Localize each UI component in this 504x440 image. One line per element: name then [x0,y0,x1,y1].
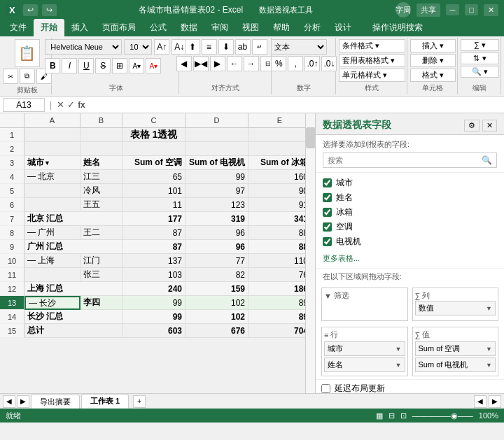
font-color-button[interactable]: A▾ [146,58,161,73]
col-header-d[interactable]: D [186,113,248,127]
row-header-7[interactable]: 7 [0,212,24,226]
cell-a12[interactable]: 上海 汇总 [24,282,122,296]
row-header-6[interactable]: 6 [0,198,24,212]
cell-c3[interactable]: Sum of 空调 [122,156,186,170]
cell-a13[interactable]: — 长沙 [24,296,80,310]
cell-b8[interactable]: 王二 [80,226,122,240]
tab-search[interactable]: 操作说明搜索 [365,19,430,36]
delete-cell-button[interactable]: 删除 ▾ [410,54,456,67]
pivot-zone-row-item-city[interactable]: 城市 ▼ [324,341,405,356]
number-format-select[interactable]: 文本 [271,39,327,55]
sort-button[interactable]: ⇅ ▾ [461,52,499,64]
pivot-zone-row-item-name[interactable]: 姓名 ▼ [324,357,405,372]
sheet-tab-export[interactable]: 导出摘要 [31,395,80,409]
table-format-button[interactable]: 套用表格格式 ▾ [339,54,405,67]
cell-e4[interactable]: 160 [248,170,312,184]
tab-home[interactable]: 开始 [34,19,64,36]
tab-data[interactable]: 数据 [174,19,204,36]
row-header-11[interactable]: 11 [0,268,24,282]
pivot-settings-button[interactable]: ⚙ [464,120,479,132]
increase-font-button[interactable]: A↑ [154,39,169,55]
cell-e10[interactable]: 110 [248,254,312,268]
cell-e13[interactable]: 89 [248,296,312,310]
paste-button[interactable]: 📋 [15,39,40,67]
cell-d4[interactable]: 99 [186,170,248,184]
cell-e8[interactable]: 88 [248,226,312,240]
row-header-2[interactable]: 2 [0,142,24,156]
cell-c13[interactable]: 99 [122,296,186,310]
cell-d15[interactable]: 676 [186,324,248,338]
align-bottom-button[interactable]: ⬇ [218,39,234,55]
sheet-nav-left-button[interactable]: ◀ [3,395,15,408]
cell-b4[interactable]: 江三 [80,170,122,184]
close-button[interactable]: ✕ [484,4,498,16]
scroll-thumb[interactable] [306,127,315,148]
cell-e15[interactable]: 704 [248,324,312,338]
confirm-formula-icon[interactable]: ✓ [67,99,75,110]
tab-analyze[interactable]: 分析 [297,19,328,36]
delay-update-checkbox[interactable] [321,384,330,393]
bold-button[interactable]: B [45,58,60,73]
formula-input[interactable]: 长沙 [88,99,501,111]
cell-e12[interactable]: 186 [248,282,312,296]
row-header-4[interactable]: 4 [0,170,24,184]
sheet-next-button[interactable]: ▶ [489,395,501,408]
undo-button[interactable]: ↩ [23,4,38,16]
cell-c10[interactable]: 137 [122,254,186,268]
cell-b5[interactable]: 冷风 [80,184,122,198]
zoom-slider[interactable]: —————◉—— [412,411,473,420]
pivot-field-city-checkbox[interactable] [323,178,332,187]
align-center-button[interactable]: ▶◀ [193,56,209,71]
pivot-zone-value-item-tv[interactable]: Sum of 电视机 ▼ [415,357,496,372]
cell-a3[interactable]: 城市 ▼ [24,156,80,170]
increase-indent-button[interactable]: → [244,56,259,71]
cell-c6[interactable]: 11 [122,198,186,212]
cell-c14[interactable]: 99 [122,310,186,324]
cell-d10[interactable]: 77 [186,254,248,268]
cell-e1[interactable] [248,128,312,142]
cell-d7[interactable]: 319 [186,212,248,226]
cell-styles-button[interactable]: 单元格样式 ▾ [339,69,405,82]
thousand-button[interactable]: , [288,56,303,71]
redo-button[interactable]: ↪ [42,4,57,16]
insert-cell-button[interactable]: 插入 ▾ [410,39,456,52]
pivot-field-ac-checkbox[interactable] [323,222,332,232]
cell-d9[interactable]: 96 [186,240,248,254]
add-sheet-button[interactable]: + [133,395,146,408]
col-header-e[interactable]: E [248,113,312,127]
tab-view[interactable]: 视图 [235,19,266,36]
pivot-field-name-checkbox[interactable] [323,193,332,202]
decrease-decimal-button[interactable]: .0↓ [321,56,337,71]
sheet-tab-sheet1[interactable]: 工作表 1 [81,394,129,409]
cell-e9[interactable]: 88 [248,240,312,254]
font-size-select[interactable]: 10 [124,39,152,55]
row-header-14[interactable]: 14 [0,310,24,324]
insert-function-icon[interactable]: fx [78,100,85,110]
cell-b3[interactable]: 姓名 [80,156,122,170]
conditional-format-button[interactable]: 条件格式 ▾ [339,39,405,52]
sheet-prev-button[interactable]: ◀ [474,395,486,408]
sheet-nav-right-button[interactable]: ▶ [17,395,29,408]
tab-review[interactable]: 审阅 [204,19,235,36]
row-header-1[interactable]: 1 [0,128,24,142]
italic-button[interactable]: I [62,58,77,73]
decrease-indent-button[interactable]: ← [227,56,242,71]
cell-d12[interactable]: 159 [186,282,248,296]
cell-e5[interactable]: 90 [248,184,312,198]
row-header-13[interactable]: 13 [0,296,24,310]
cell-c9[interactable]: 87 [122,240,186,254]
cell-b1[interactable] [80,128,122,142]
row-header-10[interactable]: 10 [0,254,24,268]
cell-d13[interactable]: 102 [186,296,248,310]
cell-e2[interactable] [248,142,312,156]
cell-e11[interactable]: 76 [248,268,312,282]
cell-c1[interactable]: 表格 1透视 [122,128,186,142]
cell-c11[interactable]: 103 [122,268,186,282]
tab-layout[interactable]: 页面布局 [95,19,143,36]
cell-a6[interactable] [24,198,80,212]
row-header-12[interactable]: 12 [0,282,24,296]
text-orient-button[interactable]: ab [235,39,251,55]
pivot-search-input[interactable] [328,156,479,164]
cell-b6[interactable]: 王五 [80,198,122,212]
cell-a10[interactable]: — 上海 [24,254,80,268]
